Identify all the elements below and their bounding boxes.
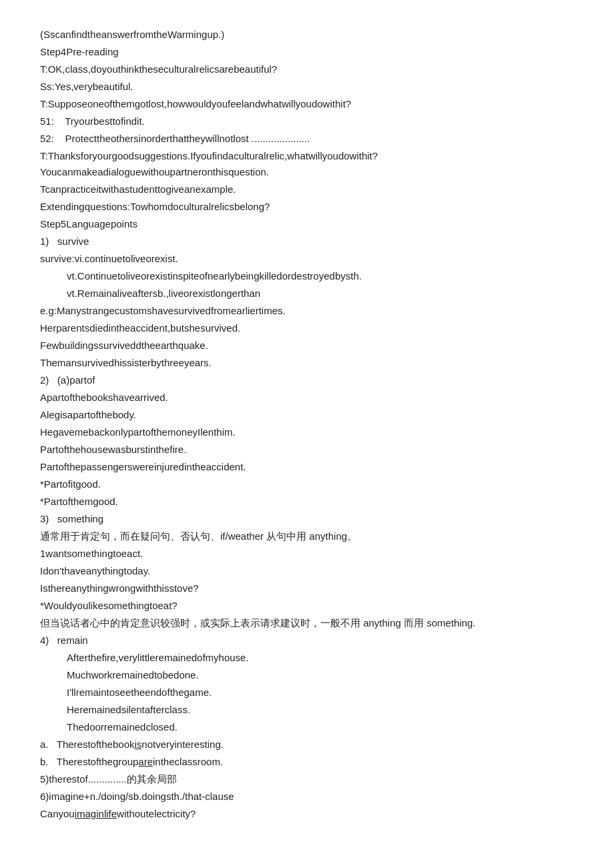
line-7: 52: Protecttheothersinorderthattheywilln…	[40, 131, 574, 147]
line-44: 6)imagine+n./doing/sb.doingsth./that-cla…	[40, 789, 574, 805]
line-5: T:Supposeoneofthemgotlost,howwouldyoufee…	[40, 96, 574, 112]
page-content: (SscanfindtheanswerfromtheWarmingup.) St…	[40, 27, 574, 822]
line-29: 通常用于肯定句，而在疑问句、否认句、if/weather 从句中用 anythi…	[40, 528, 574, 544]
line-6: 51: Tryourbesttofindit.	[40, 113, 574, 129]
line-42: b. Therestofthegroupareintheclassroom.	[40, 754, 574, 770]
line-17: Herparentsdiedintheaccident,butshesurviv…	[40, 320, 574, 336]
line-11: Step5Languagepoints	[40, 216, 574, 232]
line-27: *Partofthemgood.	[40, 494, 574, 510]
line-36: Afterthefire,verylittleremainedofmyhouse…	[40, 650, 574, 666]
line-13: survive:vi.continuetoliveorexist.	[40, 251, 574, 267]
line-34: 但当说话者心中的肯定意识较强时，或实际上表示请求建议时，一般不用 anythin…	[40, 615, 574, 631]
line-40: Thedoorremainedclosed.	[40, 719, 574, 735]
line-22: Alegisapartofthebody.	[40, 407, 574, 423]
line-30: 1wantsomethingtoeact.	[40, 546, 574, 562]
line-28: 3) something	[40, 511, 574, 527]
line-10: Extendingquestions:Towhomdoculturalrelic…	[40, 199, 574, 215]
line-35: 4) remain	[40, 632, 574, 648]
line-43: 5)therestof..............的其余局部	[40, 771, 574, 787]
line-20: 2) (a)partof	[40, 372, 574, 388]
line-18: Fewbuildingssurviveddtheearthquake.	[40, 338, 574, 354]
line-41: a. Therestofthebookisnotveryinteresting.	[40, 737, 574, 753]
line-33: *Wouldyoulikesomethingtoeat?	[40, 598, 574, 614]
line-16: e.g:Manystrangecustomshavesurvivedfromea…	[40, 303, 574, 319]
line-3: T:OK,class,doyouthinktheseculturalrelics…	[40, 61, 574, 77]
line-37: Muchworkremainedtobedone.	[40, 667, 574, 683]
line-8: T:Thanksforyourgoodsuggestions.Ifyoufind…	[40, 148, 574, 180]
line-14: vt.Continuetoliveorexistinspiteofnearlyb…	[40, 268, 574, 284]
line-25: Partofthepassengerswereinjuredintheaccid…	[40, 459, 574, 475]
line-38: I'llremaintoseetheendofthegame.	[40, 685, 574, 701]
line-21: Apartofthebookshavearrived.	[40, 390, 574, 406]
line-31: Idon'thaveanythingtoday.	[40, 563, 574, 579]
line-19: Themansurvivedhissisterbythreeyears.	[40, 355, 574, 371]
line-39: Heremainedsilentafterclass.	[40, 702, 574, 718]
line-9: Tcanpracticeitwithastudenttogiveanexampl…	[40, 181, 574, 197]
line-15: vt.Remainaliveaftersb.,liveorexistlonger…	[40, 286, 574, 302]
line-23: HegavemebackonlypartofthemoneyIlenthim.	[40, 424, 574, 440]
line-1: (SscanfindtheanswerfromtheWarmingup.)	[40, 27, 574, 43]
line-24: Partofthehousewasburstinthefire.	[40, 442, 574, 458]
line-32: Isthereanythingwrongwiththisstove?	[40, 580, 574, 596]
line-4: Ss:Yes,verybeautiful.	[40, 79, 574, 95]
line-45: Canyouimaginlifewithoutelectricity?	[40, 806, 574, 822]
line-26: *Partofitgood.	[40, 476, 574, 492]
line-2: Step4Pre-reading	[40, 44, 574, 60]
line-12: 1) survive	[40, 234, 574, 250]
